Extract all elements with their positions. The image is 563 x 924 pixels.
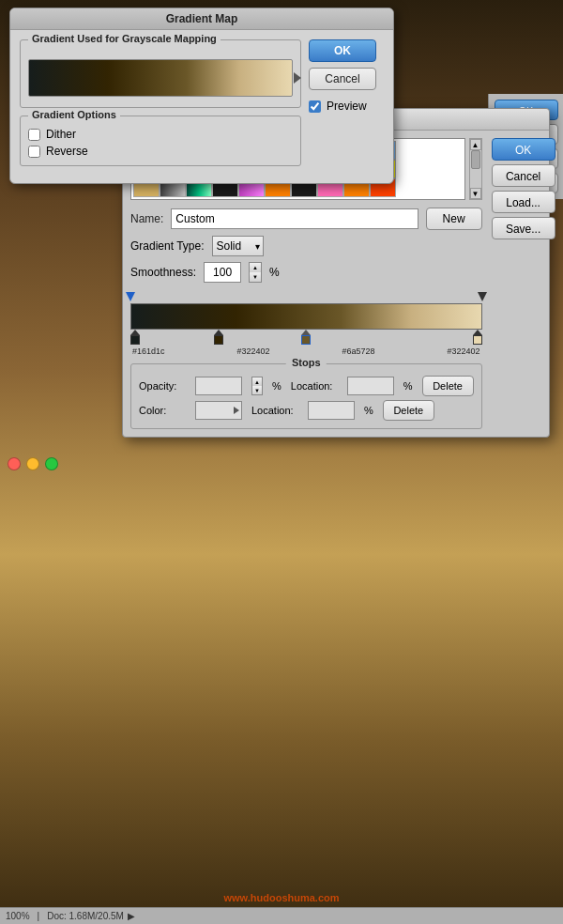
doc-info-arrow[interactable]: ▶: [128, 911, 135, 921]
smoothness-row: Smoothness: ▲ ▼ %: [130, 262, 482, 283]
opacity-down[interactable]: ▼: [252, 386, 262, 394]
preview-label: Preview: [327, 100, 367, 113]
doc-info: Doc: 1.68M/20.5M: [47, 911, 124, 921]
opacity-label: Opacity:: [139, 380, 186, 392]
location-label-1: Location:: [291, 380, 338, 392]
stops-group-label: Stops: [286, 357, 327, 368]
stop-label-3: #322402: [448, 346, 480, 356]
smoothness-spinner[interactable]: ▲ ▼: [249, 262, 262, 283]
scroll-up-arrow[interactable]: ▲: [470, 139, 481, 150]
color-stop-2[interactable]: [301, 330, 311, 345]
location-unit-2: %: [364, 405, 373, 416]
scroll-thumb[interactable]: [471, 150, 480, 169]
name-input[interactable]: [171, 208, 418, 229]
color-stop-3[interactable]: [473, 330, 482, 345]
gradient-map-dialog: Gradient Map Gradient Used for Grayscale…: [9, 8, 394, 184]
gradient-map-dialog-title: Gradient Map: [10, 8, 393, 30]
status-bar: 100% | Doc: 1.68M/20.5M ▶: [0, 907, 563, 924]
reverse-label: Reverse: [46, 145, 88, 158]
location-label-2: Location:: [251, 405, 298, 416]
gradient-grayscale-group: Gradient Used for Grayscale Mapping: [20, 39, 301, 108]
opacity-unit: %: [272, 380, 282, 392]
preview-row: Preview: [309, 100, 384, 113]
dither-row: Dither: [28, 128, 293, 141]
opacity-location-input[interactable]: [347, 377, 394, 395]
opacity-stop-row: Opacity: ▲ ▼ % Location: % Delete: [139, 376, 474, 396]
location-unit-1: %: [403, 380, 413, 392]
watermark: www.hudooshuma.com: [0, 892, 563, 903]
smoothness-input[interactable]: [204, 262, 241, 283]
name-row: Name: New: [130, 208, 482, 230]
opacity-stop-left[interactable]: [126, 292, 135, 301]
minimize-button[interactable]: [26, 457, 39, 470]
color-stop-swatch[interactable]: [195, 401, 242, 420]
ge-save-button[interactable]: Save...: [492, 217, 555, 239]
gradient-type-label: Gradient Type:: [130, 239, 205, 253]
new-button[interactable]: New: [426, 208, 482, 230]
watermark-line1: www.hudooshuma.com: [0, 892, 563, 903]
smoothness-up[interactable]: ▲: [250, 263, 261, 272]
gradient-type-select-wrap[interactable]: Solid Noise: [212, 236, 264, 256]
gradient-bar[interactable]: [130, 303, 482, 330]
opacity-delete-button[interactable]: Delete: [422, 376, 474, 396]
color-stop-1[interactable]: [214, 330, 223, 345]
gradient-map-ok-button[interactable]: OK: [309, 39, 376, 62]
dither-label: Dither: [46, 128, 76, 141]
stop-label-2: #6a5728: [342, 346, 375, 356]
maximize-button[interactable]: [45, 457, 58, 470]
zoom-level: 100%: [6, 911, 30, 921]
ge-right-panel: OK Cancel Load... Save...: [492, 138, 555, 429]
ge-ok-button[interactable]: OK: [492, 138, 555, 161]
gradient-map-cancel-button[interactable]: Cancel: [309, 68, 376, 90]
color-swatch-arrow: [234, 407, 239, 414]
ge-load-button[interactable]: Load...: [492, 191, 555, 213]
gradient-preview-bar[interactable]: [28, 59, 293, 97]
traffic-lights: [8, 457, 58, 470]
scroll-track: [470, 150, 481, 188]
reverse-checkbox[interactable]: [28, 146, 40, 158]
smoothness-label: Smoothness:: [130, 266, 196, 279]
close-button[interactable]: [8, 457, 21, 470]
stop-label-1: #322402: [237, 346, 270, 356]
smoothness-down[interactable]: ▼: [250, 272, 261, 282]
dither-checkbox[interactable]: [28, 129, 40, 141]
color-stop-row: Color: Location: % Delete: [139, 400, 474, 421]
color-stop-0[interactable]: [130, 330, 140, 345]
gradient-grayscale-label: Gradient Used for Grayscale Mapping: [28, 33, 221, 44]
opacity-stops: [130, 292, 482, 303]
preview-checkbox[interactable]: [309, 100, 321, 113]
reverse-row: Reverse: [28, 145, 293, 158]
gradient-options-group: Gradient Options Dither Reverse: [20, 116, 301, 166]
stop-label-0: #161d1c: [132, 346, 165, 356]
color-label: Color:: [139, 405, 186, 416]
color-location-input[interactable]: [308, 401, 355, 420]
scroll-down-arrow[interactable]: ▼: [470, 188, 481, 199]
opacity-spinner[interactable]: ▲ ▼: [251, 377, 263, 395]
opacity-stop-right[interactable]: [478, 292, 487, 301]
opacity-up[interactable]: ▲: [252, 377, 262, 386]
stop-labels: #161d1c #322402 #6a5728 #322402: [130, 346, 482, 356]
color-stops: [130, 330, 482, 345]
color-delete-button[interactable]: Delete: [383, 400, 434, 421]
gradient-type-select[interactable]: Solid Noise: [212, 236, 264, 256]
ge-cancel-button[interactable]: Cancel: [492, 164, 555, 187]
opacity-value-input[interactable]: [195, 377, 242, 395]
gradient-bar-container: #161d1c #322402 #6a5728 #322402: [130, 292, 482, 356]
gradient-expand-arrow[interactable]: [294, 72, 301, 84]
name-label: Name:: [130, 212, 163, 225]
stops-group: Stops Opacity: ▲ ▼ % Location: % Delet: [130, 363, 482, 429]
gradient-type-row: Gradient Type: Solid Noise: [130, 236, 482, 256]
swatches-scrollbar[interactable]: ▲ ▼: [469, 138, 482, 200]
gradient-options-label: Gradient Options: [28, 109, 120, 120]
smoothness-unit: %: [269, 266, 280, 279]
